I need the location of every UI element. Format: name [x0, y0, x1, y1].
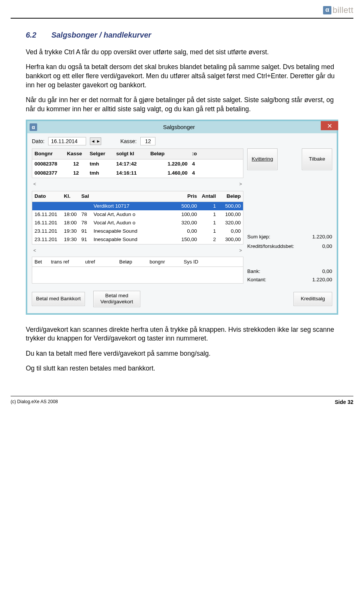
col-kasse[interactable]: Kasse: [65, 149, 88, 159]
sum-value: 1.220,00: [312, 233, 332, 240]
sum-panel: Sum kjøp:1.220,00 Kreditt/forskuddsbet:0…: [247, 191, 332, 255]
tilbake-button[interactable]: Tilbake: [302, 148, 332, 170]
bank-value: 0,00: [322, 268, 332, 275]
betal-bankkort-button[interactable]: Betal med Bankkort: [32, 292, 85, 306]
kreditt-label: Kreditt/forskuddsbet:: [247, 243, 294, 250]
brand-name: billett: [333, 5, 353, 16]
paragraph-5: Du kan ta betalt med flere verdi/gavekor…: [26, 349, 338, 358]
scrollbar-2[interactable]: <>: [32, 244, 243, 255]
payment-table[interactable]: Bet trans ref utref Beløp bongnr Sys ID: [32, 257, 243, 284]
col-belop[interactable]: Beløp: [148, 149, 190, 159]
table-row[interactable]: [32, 267, 243, 275]
table-row[interactable]: [32, 275, 243, 284]
window-icon: α: [30, 123, 37, 131]
kredittsalg-button[interactable]: Kredittsalg: [293, 292, 332, 306]
page-number: Side 32: [335, 399, 353, 406]
table-row[interactable]: 16.11.20118:0078Vocal Art, Audun o100,00…: [32, 210, 243, 219]
copyright: (c) Dialog.eXe AS 2008: [11, 399, 58, 406]
section-heading: 6.2 Salgsbonger / handlekurver: [26, 30, 338, 40]
table-row[interactable]: 00082378 12 tmh 14:17:42 1.220,00 4: [32, 159, 243, 169]
col-solgtkl[interactable]: solgt kl: [114, 149, 148, 159]
kvittering-button[interactable]: Kvittering: [247, 148, 278, 170]
section-title: Salgsbonger / handlekurver: [51, 31, 151, 39]
titlebar: α Salgsbonger: [27, 121, 337, 133]
window-title: Salgsbonger: [37, 123, 321, 131]
alpha-icon: α: [323, 6, 331, 14]
paragraph-1: Ved å trykke Ctrl A får du opp oversikt …: [26, 48, 338, 57]
table-row[interactable]: 23.11.20119:3091Inescapable Sound0,0010,…: [32, 227, 243, 235]
kontant-value: 1.220,00: [312, 276, 332, 283]
chevron-left-icon[interactable]: ◀: [90, 138, 96, 145]
kasse-input[interactable]: [140, 137, 155, 145]
brand-logo: α billett: [323, 5, 353, 16]
table-row[interactable]: 00082377 12 tmh 14:16:11 1.460,00 4: [32, 169, 243, 178]
kasse-label: Kasse:: [120, 138, 136, 145]
chevron-right-icon[interactable]: ▶: [96, 138, 101, 145]
salgsbonger-window: α Salgsbonger Dato: ◀▶ Kasse: Bongnr Kas…: [26, 120, 338, 314]
page-header: α billett: [11, 0, 353, 17]
page-footer: (c) Dialog.eXe AS 2008 Side 32: [11, 396, 353, 408]
paragraph-6: Og til slutt kan resten betales med bank…: [26, 364, 338, 373]
kreditt-value: 0,00: [322, 243, 332, 250]
paragraph-3: Når du går inn her er det normalt for å …: [26, 96, 338, 114]
table-row[interactable]: 16.11.20118:0078Vocal Art, Audun o320,00…: [32, 219, 243, 227]
col-selger[interactable]: Selger: [88, 149, 114, 159]
bong-table[interactable]: Bongnr Kasse Selger solgt kl Beløp :o 00…: [32, 148, 243, 178]
col-o[interactable]: :o: [190, 149, 243, 159]
scrollbar-1[interactable]: <>: [32, 178, 243, 189]
kontant-label: Kontant:: [247, 276, 266, 283]
paragraph-4: Verdi/gavekort kan scannes direkte herfr…: [26, 325, 338, 343]
sum-label: Sum kjøp:: [247, 233, 270, 240]
bank-panel: Bank:0,00 Kontant:1.220,00: [247, 257, 332, 285]
close-button[interactable]: [321, 121, 338, 130]
dato-label: Dato:: [32, 138, 44, 145]
section-number: 6.2: [26, 31, 36, 39]
dato-input[interactable]: [48, 137, 86, 145]
table-row[interactable]: Verdikort 10717 500,00 1 500,00: [32, 202, 243, 210]
bank-label: Bank:: [247, 268, 260, 275]
date-spinner[interactable]: ◀▶: [90, 137, 101, 145]
close-icon: [328, 124, 332, 128]
table-row[interactable]: 23.11.20119:3091Inescapable Sound150,002…: [32, 235, 243, 244]
lines-header: Dato Kl. Sal Pris Antall Beløp: [32, 191, 243, 202]
filter-row: Dato: ◀▶ Kasse:: [27, 133, 337, 148]
bong-header-row: Bongnr Kasse Selger solgt kl Beløp :o: [32, 149, 243, 159]
paragraph-2: Herfra kan du også ta betalt dersom det …: [26, 63, 338, 90]
betal-verdi-button[interactable]: Betal medVerdi/gavekort: [93, 291, 140, 307]
col-bongnr[interactable]: Bongnr: [32, 149, 65, 159]
lines-table[interactable]: Dato Kl. Sal Pris Antall Beløp Verdikort…: [32, 191, 243, 244]
